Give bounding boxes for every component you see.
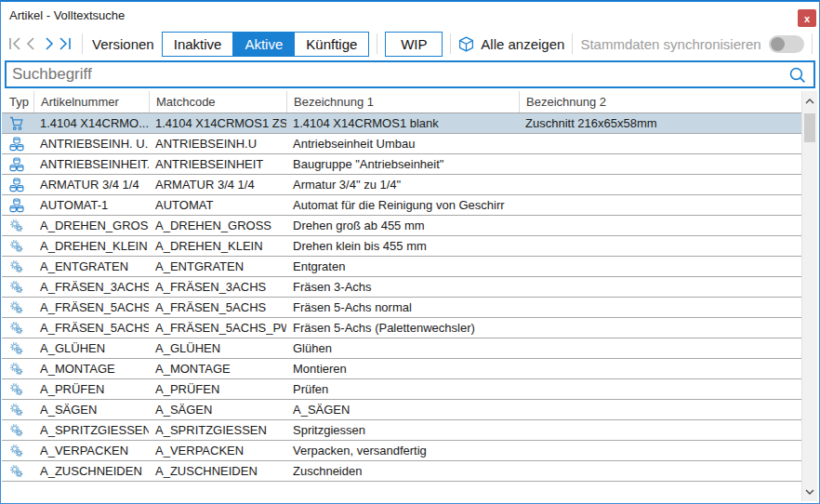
toolbar-separator	[450, 33, 451, 54]
first-record-icon	[7, 36, 22, 51]
gears-icon	[2, 277, 33, 297]
scroll-up-button[interactable]	[802, 93, 817, 109]
cube-icon	[458, 36, 474, 52]
row-artikelnummer: ANTRIEBSEINHEIT...	[33, 154, 149, 174]
column-header-bezeichnung-1[interactable]: Bezeichnung 1	[286, 91, 519, 113]
table-row[interactable]: A_DREHEN_GROSS A_DREHEN_GROSS Drehen gro…	[2, 216, 801, 236]
previous-record-button[interactable]	[24, 34, 39, 53]
row-bezeichnung-1: Glühen	[286, 338, 519, 358]
assembly-icon	[2, 134, 33, 153]
table-row[interactable]: A_VERPACKEN A_VERPACKEN Verpacken, versa…	[2, 441, 801, 461]
row-bezeichnung-2	[519, 359, 801, 378]
row-bezeichnung-1: Entgraten	[286, 257, 519, 276]
row-bezeichnung-2	[519, 420, 801, 440]
row-artikelnummer: A_SPRITZGIESSEN	[33, 420, 149, 440]
row-artikelnummer: AUTOMAT-1	[33, 195, 149, 215]
table-row[interactable]: A_PRÜFEN A_PRÜFEN Prüfen	[2, 379, 801, 400]
toolbar-separator	[82, 33, 83, 54]
row-bezeichnung-1: Spritzgiessen	[286, 420, 519, 440]
row-bezeichnung-2	[519, 400, 801, 419]
table-row[interactable]: A_ZUSCHNEIDEN A_ZUSCHNEIDEN Zuschneiden	[2, 461, 801, 482]
table-row[interactable]: A_DREHEN_KLEIN A_DREHEN_KLEIN Drehen kle…	[2, 236, 801, 257]
table-body: 1.4104 X14CRMO... 1.4104 X14CRMOS1 ZS 1.…	[2, 113, 801, 501]
gears-icon	[2, 359, 33, 378]
table-row[interactable]: A_FRÄSEN_5ACHS A_FRÄSEN_5ACHS Fräsen 5-A…	[2, 298, 801, 318]
toolbar-separator	[377, 33, 377, 54]
row-artikelnummer: A_PRÜFEN	[33, 379, 149, 399]
row-bezeichnung-2	[519, 461, 801, 481]
row-matchcode: A_MONTAGE	[149, 359, 286, 378]
versionen-label: Versionen	[92, 36, 154, 52]
table-row[interactable]: A_ENTGRATEN A_ENTGRATEN Entgraten	[2, 257, 801, 277]
gears-icon	[2, 216, 33, 235]
last-record-icon	[58, 36, 73, 51]
row-artikelnummer: ARMATUR 3/4 1/4	[33, 175, 149, 194]
table-row[interactable]: A_FRÄSEN_3ACHS A_FRÄSEN_3ACHS Fräsen 3-A…	[2, 277, 801, 298]
row-artikelnummer: A_MONTAGE	[33, 359, 149, 378]
scroll-down-button[interactable]	[802, 484, 817, 499]
close-button[interactable]: x	[798, 9, 816, 27]
row-artikelnummer: A_VERPACKEN	[33, 441, 149, 460]
gears-icon	[2, 379, 33, 399]
table-row[interactable]: ANTRIEBSEINHEIT... ANTRIEBSEINHEIT Baugr…	[2, 154, 801, 175]
row-bezeichnung-2	[519, 257, 801, 276]
gears-icon	[2, 461, 33, 481]
row-bezeichnung-1: A_SÄGEN	[286, 400, 519, 419]
filter-aktive-button[interactable]: Aktive	[232, 32, 295, 57]
row-matchcode: A_SÄGEN	[149, 400, 286, 419]
filter-inaktive-button[interactable]: Inaktive	[162, 32, 234, 57]
alle-anzeigen-button[interactable]: Alle anzeigen	[458, 36, 564, 52]
table-row[interactable]: ANTRIEBSEINH. U... ANTRIEBSEINH.U Antrie…	[2, 134, 801, 154]
row-artikelnummer: ANTRIEBSEINH. U...	[33, 134, 149, 153]
column-header-typ[interactable]: Typ	[2, 91, 33, 113]
row-matchcode: A_VERPACKEN	[149, 441, 286, 460]
row-bezeichnung-2	[519, 236, 801, 256]
search-input[interactable]	[7, 62, 788, 86]
row-matchcode: ARMATUR 3/4 1/4	[149, 175, 286, 194]
scrollbar-thumb[interactable]	[804, 113, 815, 142]
stammdaten-sync-toggle[interactable]	[769, 35, 804, 53]
table-row[interactable]: A_SÄGEN A_SÄGEN A_SÄGEN	[2, 400, 801, 420]
table-row[interactable]: AUTOMAT-1 AUTOMAT Automat für die Reinig…	[2, 195, 801, 216]
row-bezeichnung-1: Prüfen	[286, 379, 519, 399]
row-artikelnummer: A_GLÜHEN	[33, 338, 149, 358]
filter-kuenftige-button[interactable]: Künftige	[294, 32, 369, 57]
table-row[interactable]: 1.4104 X14CRMO... 1.4104 X14CRMOS1 ZS 1.…	[2, 113, 801, 134]
row-bezeichnung-2	[519, 195, 801, 215]
search-icon[interactable]	[788, 66, 806, 84]
row-bezeichnung-2	[519, 216, 801, 235]
row-matchcode: A_FRÄSEN_5ACHS_PW	[149, 318, 286, 338]
row-bezeichnung-1: Montieren	[286, 359, 519, 378]
table-row[interactable]: A_FRÄSEN_5ACHS... A_FRÄSEN_5ACHS_PW Fräs…	[2, 318, 801, 338]
stammdaten-sync-label: Stammdaten synchronisieren	[580, 36, 760, 52]
previous-record-icon	[24, 36, 39, 51]
row-matchcode: A_DREHEN_KLEIN	[149, 236, 286, 256]
row-bezeichnung-2	[519, 298, 801, 317]
gears-icon	[2, 420, 33, 440]
table-row[interactable]: A_SPRITZGIESSEN A_SPRITZGIESSEN Spritzgi…	[2, 420, 801, 441]
row-matchcode: AUTOMAT	[149, 195, 286, 215]
row-artikelnummer: A_FRÄSEN_5ACHS...	[33, 318, 149, 338]
column-header-matchcode[interactable]: Matchcode	[149, 91, 286, 113]
row-bezeichnung-2	[519, 379, 801, 399]
first-record-button[interactable]	[7, 34, 22, 53]
table-row[interactable]: A_MONTAGE A_MONTAGE Montieren	[2, 359, 801, 379]
row-matchcode: ANTRIEBSEINHEIT	[149, 154, 286, 174]
row-bezeichnung-1: Drehen klein bis 455 mm	[286, 236, 519, 256]
row-artikelnummer: 1.4104 X14CRMO...	[33, 113, 149, 133]
last-record-button[interactable]	[58, 34, 73, 53]
version-filter-group: Inaktive Aktive Künftige	[162, 32, 370, 57]
table-row[interactable]: A_GLÜHEN A_GLÜHEN Glühen	[2, 338, 801, 359]
wip-button[interactable]: WIP	[385, 32, 443, 57]
column-header-bezeichnung-2[interactable]: Bezeichnung 2	[519, 91, 801, 113]
row-matchcode: A_ENTGRATEN	[149, 257, 286, 276]
chevron-down-icon	[805, 489, 814, 495]
table-row[interactable]: ARMATUR 3/4 1/4 ARMATUR 3/4 1/4 Armatur …	[2, 175, 801, 195]
next-record-button[interactable]	[41, 34, 56, 53]
column-header-artikelnummer[interactable]: Artikelnummer	[33, 91, 149, 113]
row-matchcode: A_SPRITZGIESSEN	[149, 420, 286, 440]
vertical-scrollbar[interactable]	[801, 91, 817, 501]
gears-icon	[2, 318, 33, 338]
toolbar-separator	[812, 33, 813, 54]
row-bezeichnung-2	[519, 318, 801, 338]
